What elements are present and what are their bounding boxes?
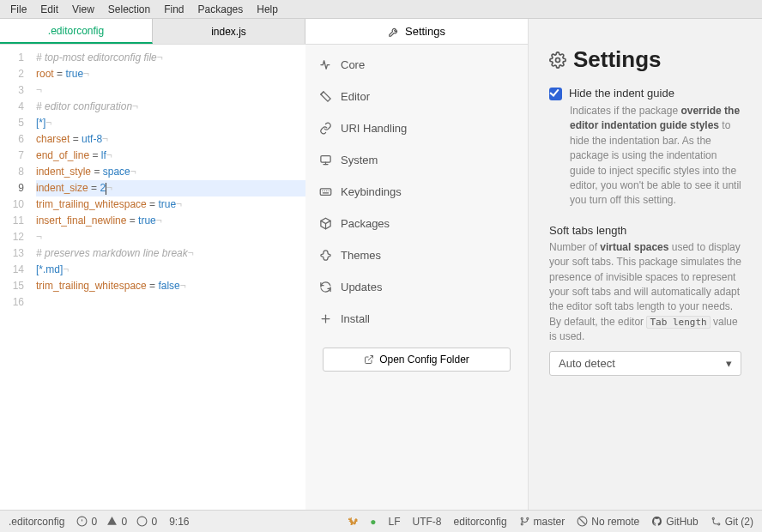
svg-point-16 <box>521 517 523 519</box>
svg-point-11 <box>556 57 560 62</box>
code-line[interactable]: charset = utf-8¬ <box>36 131 305 148</box>
hide-indent-label: Hide the indent guide <box>569 87 674 100</box>
nav-label: Updates <box>341 281 382 293</box>
packages-icon <box>319 217 332 230</box>
external-icon <box>364 354 374 365</box>
code-line[interactable] <box>36 294 305 311</box>
statusbar: .editorconfig 0 0 0 9:16 🐿 ● LF UTF-8 ed… <box>0 510 762 532</box>
code-area[interactable]: # top-most editorconfig file¬root = true… <box>31 45 305 510</box>
code-line[interactable]: indent_style = space¬ <box>36 164 305 180</box>
status-cursor[interactable]: 9:16 <box>169 516 189 528</box>
code-line[interactable]: root = true¬ <box>36 66 305 82</box>
status-squirrel-icon[interactable]: 🐿 <box>348 516 358 528</box>
status-grammar[interactable]: editorconfig <box>454 516 507 528</box>
menu-help[interactable]: Help <box>250 2 285 17</box>
nav-label: Editor <box>341 90 370 103</box>
editor-body[interactable]: 12345678910111213141516 # top-most edito… <box>0 45 305 510</box>
github-icon <box>651 516 662 527</box>
code-line[interactable]: insert_final_newline = true¬ <box>36 213 305 229</box>
menu-find[interactable]: Find <box>157 2 190 17</box>
nav-label: URI Handling <box>341 122 407 135</box>
status-github[interactable]: GitHub <box>651 516 698 528</box>
code-line[interactable]: trim_trailing_whitespace = false¬ <box>36 278 305 294</box>
settings-title: Settings <box>573 46 662 73</box>
install-icon <box>319 312 332 325</box>
git-icon <box>711 516 722 527</box>
code-line[interactable]: # top-most editorconfig file¬ <box>36 50 305 66</box>
nav-label: Packages <box>341 217 390 230</box>
nav-updates[interactable]: Updates <box>319 281 514 293</box>
menu-file[interactable]: File <box>3 2 33 17</box>
svg-point-18 <box>526 517 528 519</box>
hide-indent-checkbox[interactable] <box>549 88 562 100</box>
tab-editorconfig[interactable]: .editorconfig <box>0 19 153 44</box>
status-diagnostics[interactable]: 0 0 0 <box>76 516 157 528</box>
nav-label: Themes <box>341 249 381 262</box>
select-value: Auto detect <box>559 357 615 370</box>
svg-point-15 <box>138 517 148 526</box>
menu-packages[interactable]: Packages <box>191 2 251 17</box>
nav-label: Install <box>341 312 370 325</box>
editor-icon <box>319 90 332 103</box>
status-git[interactable]: Git (2) <box>711 516 753 528</box>
editor-pane: .editorconfig index.js 12345678910111213… <box>0 19 305 510</box>
nav-label: Keybindings <box>341 185 402 198</box>
warn-icon <box>106 516 118 527</box>
soft-tabs-desc: Number of virtual spaces used to display… <box>549 240 741 345</box>
settings-nav: Settings CoreEditorURI HandlingSystemKey… <box>305 19 529 510</box>
status-line-ending[interactable]: LF <box>389 516 401 528</box>
no-remote-icon <box>577 516 588 527</box>
nav-themes[interactable]: Themes <box>319 249 514 262</box>
settings-tab-label: Settings <box>405 25 445 38</box>
nav-packages[interactable]: Packages <box>319 217 514 230</box>
code-line[interactable]: [*]¬ <box>36 115 305 131</box>
hide-indent-desc: Indicates if the package override the ed… <box>549 104 741 209</box>
svg-point-22 <box>717 523 719 525</box>
svg-point-17 <box>521 523 523 525</box>
themes-icon <box>319 249 332 262</box>
code-line[interactable]: [*.md]¬ <box>36 262 305 278</box>
nav-uri-handling[interactable]: URI Handling <box>319 122 514 135</box>
uri handling-icon <box>319 122 332 135</box>
chevron-down-icon: ▾ <box>726 357 732 370</box>
svg-rect-0 <box>321 156 330 163</box>
open-config-label: Open Config Folder <box>379 354 469 366</box>
setting-hide-indent: Hide the indent guide Indicates if the p… <box>549 87 741 209</box>
settings-content: Settings Hide the indent guide Indicates… <box>529 19 762 510</box>
status-remote[interactable]: No remote <box>577 516 639 528</box>
nav-system[interactable]: System <box>319 154 514 166</box>
svg-line-20 <box>580 518 586 524</box>
info-icon <box>76 516 88 527</box>
setting-soft-tabs: Soft tabs length Number of virtual space… <box>549 224 741 377</box>
nav-label: Core <box>341 58 365 71</box>
settings-header: Settings <box>549 46 741 73</box>
menu-edit[interactable]: Edit <box>33 2 65 17</box>
nav-install[interactable]: Install <box>319 312 514 325</box>
code-line[interactable]: # editor configuration¬ <box>36 99 305 115</box>
svg-point-21 <box>712 517 714 519</box>
code-line[interactable]: ¬ <box>36 229 305 245</box>
editor-tabs: .editorconfig index.js <box>0 19 305 45</box>
status-dot[interactable]: ● <box>370 516 376 528</box>
tab-indexjs[interactable]: index.js <box>153 19 305 44</box>
status-filename[interactable]: .editorconfig <box>9 516 64 528</box>
tab-settings[interactable]: Settings <box>305 19 528 45</box>
code-line[interactable]: end_of_line = lf¬ <box>36 148 305 164</box>
code-line[interactable]: indent_size = 2¬ <box>36 180 305 196</box>
soft-tabs-select[interactable]: Auto detect ▾ <box>549 351 741 376</box>
svg-rect-3 <box>320 189 331 196</box>
code-line[interactable]: # preserves markdown line break¬ <box>36 245 305 262</box>
status-branch[interactable]: master <box>519 516 565 528</box>
status-encoding[interactable]: UTF-8 <box>413 516 442 528</box>
code-line[interactable]: ¬ <box>36 82 305 99</box>
open-config-folder-button[interactable]: Open Config Folder <box>323 348 511 372</box>
menu-selection[interactable]: Selection <box>101 2 157 17</box>
system-icon <box>319 154 332 166</box>
gutter: 12345678910111213141516 <box>0 45 31 510</box>
code-line[interactable]: trim_trailing_whitespace = true¬ <box>36 196 305 213</box>
menu-view[interactable]: View <box>65 2 101 17</box>
nav-editor[interactable]: Editor <box>319 90 514 103</box>
nav-keybindings[interactable]: Keybindings <box>319 185 514 198</box>
branch-icon <box>519 516 530 527</box>
nav-core[interactable]: Core <box>319 58 514 71</box>
